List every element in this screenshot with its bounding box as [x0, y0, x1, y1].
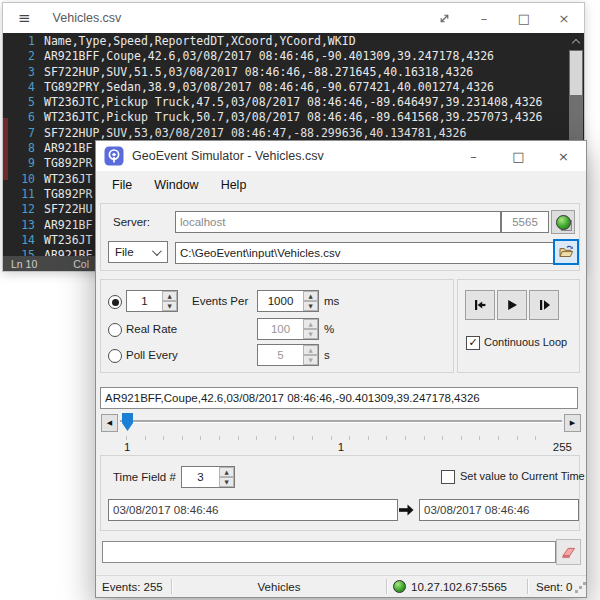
- slider-track[interactable]: [120, 420, 562, 422]
- line-number: 15: [3, 248, 35, 256]
- slider-ticks: [126, 436, 554, 440]
- clear-button[interactable]: [556, 539, 581, 565]
- endpoint-cell: 10.27.102.67:5565: [387, 576, 527, 597]
- line-indicator: Ln 10: [11, 258, 37, 270]
- spin-down-icon[interactable]: ▼: [303, 329, 318, 339]
- play-button[interactable]: [497, 290, 527, 320]
- interval-spinner: ▲▼: [257, 290, 319, 312]
- poll-input[interactable]: [258, 345, 303, 365]
- time-field-input[interactable]: [182, 467, 219, 487]
- eraser-icon: [561, 544, 577, 560]
- spin-up-icon[interactable]: ▲: [303, 291, 318, 301]
- step-back-button[interactable]: [465, 290, 495, 320]
- arrow-right-icon: [398, 503, 414, 517]
- line-number: 2: [3, 49, 35, 64]
- poll-every-radio[interactable]: [108, 349, 122, 363]
- server-port-input[interactable]: [501, 211, 549, 233]
- time-field-spinner: ▲▼: [181, 466, 235, 488]
- slider-left-arrow[interactable]: ◀: [101, 414, 118, 432]
- connect-button[interactable]: [551, 210, 575, 234]
- continuous-loop-checkbox[interactable]: ✓: [466, 336, 480, 350]
- source-type-dropdown[interactable]: File: [108, 241, 168, 263]
- browse-file-button[interactable]: [553, 239, 579, 265]
- play-icon: [504, 297, 520, 313]
- spin-down-icon[interactable]: ▼: [162, 301, 177, 311]
- menu-window[interactable]: Window: [143, 178, 209, 192]
- interval-input[interactable]: [258, 291, 303, 311]
- real-rate-label: Real Rate: [126, 318, 177, 340]
- connected-indicator-icon: [556, 215, 571, 230]
- maximize-button[interactable]: □: [496, 141, 541, 171]
- line-text: TG892PRY,Sedan,38.9,03/08/2017 08:46:46,…: [44, 80, 494, 95]
- close-button[interactable]: ×: [544, 3, 584, 33]
- playback-group: ✓ Continuous Loop: [457, 279, 580, 373]
- csv-line: 4TG892PRY,Sedan,38.9,03/08/2017 08:46:46…: [3, 80, 584, 95]
- open-folder-icon: [558, 244, 574, 260]
- slider-value-label: 1: [96, 441, 586, 453]
- poll-every-label: Poll Every: [126, 344, 178, 366]
- line-text: Name,Type,Speed,ReportedDT,XCoord,YCoord…: [44, 34, 356, 49]
- editor-window-title: Vehicles.csv: [53, 11, 122, 25]
- connection-group: Server: File: [100, 203, 580, 271]
- csv-line: 3SF722HUP,SUV,51.5,03/08/2017 08:46:46,-…: [3, 65, 584, 80]
- line-text: SF722HUP,SUV,53,03/08/2017 08:46:47,-88.…: [44, 126, 466, 141]
- spin-up-icon[interactable]: ▲: [303, 345, 318, 355]
- slider-max-label: 255: [553, 441, 572, 453]
- scrollbar-thumb[interactable]: [570, 51, 582, 95]
- line-text: AR921BFF,Coupe,42.6,03/08/2017 08:46:46,…: [44, 49, 494, 64]
- line-number: 11: [3, 187, 35, 202]
- line-number: 13: [3, 218, 35, 233]
- events-count-input[interactable]: [127, 291, 162, 311]
- continuous-loop-label: Continuous Loop: [484, 331, 567, 353]
- resize-grip[interactable]: [579, 586, 582, 589]
- line-text: SF722HU: [44, 202, 92, 217]
- column-indicator: Col: [73, 258, 89, 270]
- scroll-up-icon[interactable]: [569, 34, 583, 50]
- hamburger-menu-icon[interactable]: ≡: [18, 9, 31, 27]
- expand-icon[interactable]: [424, 3, 464, 33]
- spin-up-icon[interactable]: ▲: [303, 319, 318, 329]
- real-rate-unit-label: %: [324, 318, 334, 340]
- line-text: AR921BF: [44, 248, 92, 256]
- spin-up-icon[interactable]: ▲: [219, 467, 234, 477]
- time-field-label: Time Field #: [113, 466, 176, 488]
- csv-line: 5WT236JTC,Pickup Truck,47.5,03/08/2017 0…: [3, 95, 584, 110]
- spin-down-icon[interactable]: ▼: [303, 355, 318, 365]
- check-icon: ✓: [468, 338, 477, 348]
- real-rate-input[interactable]: [258, 319, 303, 339]
- step-forward-icon: [536, 297, 552, 313]
- time-from-field[interactable]: [108, 499, 398, 521]
- real-rate-radio[interactable]: [108, 323, 122, 337]
- csv-line: 7SF722HUP,SUV,53,03/08/2017 08:46:47,-88…: [3, 126, 584, 141]
- events-count: Events: 255: [102, 581, 163, 593]
- line-number: 3: [3, 65, 35, 80]
- set-current-time-label: Set value to Current Time: [460, 465, 585, 487]
- close-button[interactable]: ×: [541, 141, 586, 171]
- slider-right-arrow[interactable]: ▶: [564, 414, 581, 432]
- minimize-button[interactable]: –: [451, 141, 496, 171]
- menu-help[interactable]: Help: [210, 178, 258, 192]
- endpoint-address: 10.27.102.67:5565: [411, 581, 507, 593]
- step-forward-button[interactable]: [529, 290, 559, 320]
- csv-line: 2AR921BFF,Coupe,42.6,03/08/2017 08:46:46…: [3, 49, 584, 64]
- layer-name: Vehicles: [258, 581, 301, 593]
- time-to-field[interactable]: [419, 499, 579, 521]
- spin-down-icon[interactable]: ▼: [303, 301, 318, 311]
- minimize-button[interactable]: –: [464, 3, 504, 33]
- maximize-button[interactable]: □: [504, 3, 544, 33]
- current-event-field[interactable]: [100, 387, 578, 409]
- set-current-time-checkbox[interactable]: [441, 470, 455, 484]
- events-per-radio[interactable]: [108, 295, 122, 309]
- file-path-input[interactable]: [175, 242, 555, 264]
- spin-up-icon[interactable]: ▲: [162, 291, 177, 301]
- line-number: 4: [3, 80, 35, 95]
- line-text: WT236JT: [44, 172, 92, 187]
- line-number: 5: [3, 95, 35, 110]
- menu-file[interactable]: File: [101, 178, 143, 192]
- spin-down-icon[interactable]: ▼: [219, 477, 234, 487]
- message-field[interactable]: [102, 541, 556, 563]
- layer-name-cell: Vehicles: [172, 576, 386, 597]
- slider-thumb[interactable]: [122, 413, 133, 431]
- geoevent-app-icon: [104, 146, 124, 166]
- server-host-input[interactable]: [175, 211, 501, 233]
